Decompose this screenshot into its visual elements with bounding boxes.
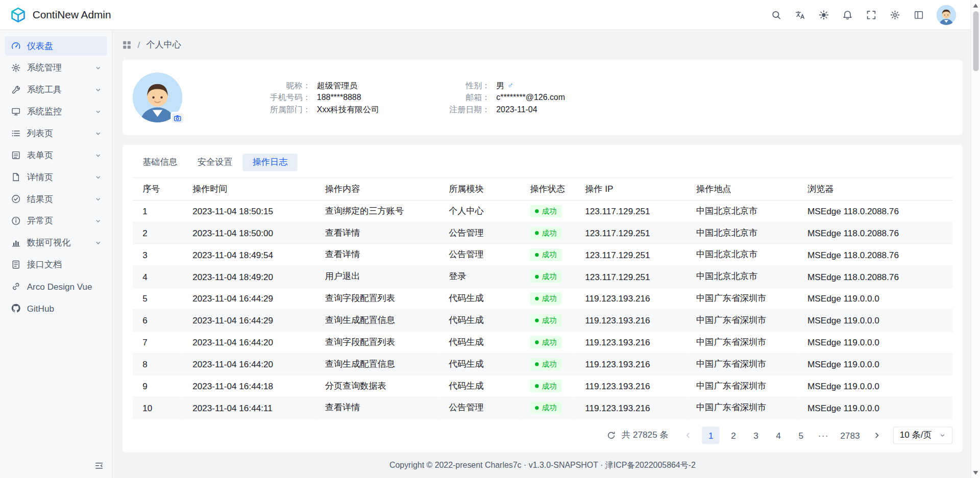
bar-chart-icon [11,238,21,247]
column-header: 所属模块 [439,178,520,200]
table-cell: MSEdge 118.0.2088.76 [797,266,952,288]
theme-button[interactable] [814,5,834,24]
apps-icon [122,41,131,49]
status-dot [535,297,538,300]
tab-basic-info[interactable]: 基础信息 [133,154,188,171]
settings-button[interactable] [885,5,905,24]
table-cell: 代码生成 [439,353,520,375]
sidebar-item-system-monitor[interactable]: 系统监控 [5,102,107,121]
scroll-down-button[interactable] [973,471,978,474]
sidebar-item-github[interactable]: GitHub [5,298,107,318]
table-cell: 2023-11-04 18:49:20 [183,266,315,288]
collapse-sidebar-button[interactable] [90,457,107,473]
table-cell: 2023-11-04 16:44:29 [183,310,315,332]
male-icon: ♂ [507,81,513,90]
status-dot [535,384,538,388]
table-cell: 中国北京北京市 [687,266,798,288]
register-date-value: 2023-11-04 [490,104,537,116]
column-header: 操作内容 [315,178,438,200]
pagination-page-2783[interactable]: 2783 [837,426,863,444]
sidebar-item-label: 数据可视化 [27,237,95,248]
table-cell: 代码生成 [439,310,520,332]
phone-label: 手机号码： [223,91,310,104]
monitor-icon [11,107,21,116]
profile-tabs-card: 基础信息 安全设置 操作日志 序号操作时间操作内容所属模块操作状态操作 IP操作… [122,145,963,452]
table-cell: 中国广东省深圳市 [687,288,798,310]
user-avatar[interactable] [936,5,956,24]
tab-operation-log[interactable]: 操作日志 [242,154,298,171]
header-icon-row [766,5,928,24]
sidebar-item-arco-design-vue[interactable]: Arco Design Vue [5,276,107,296]
sidebar-item-list-pages[interactable]: 列表页 [5,123,107,143]
pagination-page-3[interactable]: 3 [747,426,765,444]
column-header: 操作时间 [183,178,315,200]
table-cell: 分页查询数据表 [315,375,438,397]
sidebar-item-result-pages[interactable]: 结果页 [5,189,107,209]
sidebar-item-exception-pages[interactable]: 异常页 [5,211,107,231]
pagination-page-2[interactable]: 2 [725,426,742,444]
info-circle-icon [11,216,21,225]
pagination-prev-button[interactable] [680,426,697,444]
table-cell: MSEdge 119.0.0.0 [797,332,952,354]
chevron-down-icon [95,152,101,158]
page-scrollbar[interactable] [971,0,980,478]
main-content: / 个人中心 [112,30,980,478]
table-cell: 5 [133,288,183,310]
table-cell: 3 [133,244,183,266]
refresh-button[interactable] [607,431,616,440]
scroll-up-button[interactable] [973,4,978,7]
table-cell: 2023-11-04 16:44:29 [183,288,315,310]
form-icon [11,150,21,160]
status-badge: 成功 [530,227,561,239]
sidebar-item-api-docs[interactable]: 接口文档 [5,255,107,274]
chevron-down-icon [95,130,101,136]
gender-label: 性别： [421,79,490,91]
sidebar-item-form-pages[interactable]: 表单页 [5,145,107,165]
column-header: 序号 [133,178,183,200]
table-cell: MSEdge 119.0.0.0 [797,375,952,397]
search-button[interactable] [766,5,786,24]
pagination-page-5[interactable]: 5 [792,426,810,444]
sidebar-item-data-visualization[interactable]: 数据可视化 [5,233,107,253]
table-cell: 查看详情 [315,397,438,419]
table-row: 62023-11-04 16:44:29查询生成配置信息代码生成成功119.12… [133,310,953,332]
language-button[interactable] [790,5,810,24]
table-row: 42023-11-04 18:49:20用户退出登录成功123.117.129.… [133,266,953,288]
table-cell: 2 [133,222,183,244]
table-cell: 2023-11-04 16:44:20 [183,332,315,354]
sidebar-item-system-management[interactable]: 系统管理 [5,58,107,78]
copyright-text: Copyright © 2022-present Charles7c · v1.… [389,460,696,471]
notification-button[interactable] [838,5,857,24]
scrollbar-thumb[interactable] [973,11,979,71]
sidebar-item-label: 表单页 [27,149,95,161]
table-cell: 123.117.129.251 [575,244,687,266]
chevron-down-icon [95,240,101,246]
table-body: 12023-11-04 18:50:15查询绑定的三方账号个人中心成功123.1… [133,200,953,419]
page-size-select[interactable]: 10 条/页 [893,426,952,444]
sidebar-item-detail-pages[interactable]: 详情页 [5,167,107,187]
notification-icon [843,10,853,20]
sidebar-item-dashboard[interactable]: 仪表盘 [5,36,107,56]
table-cell: MSEdge 119.0.0.0 [797,288,952,310]
phone-row: 手机号码： 188****8888 [223,91,421,104]
tab-security-settings[interactable]: 安全设置 [187,154,242,171]
pagination-next-button[interactable] [868,426,885,444]
status-dot [535,231,538,235]
status-cell: 成功 [520,397,575,419]
pagination-page-1[interactable]: 1 [702,426,720,444]
table-row: 102023-11-04 16:44:11查看详情公告管理成功119.123.1… [133,397,953,419]
camera-icon[interactable] [170,112,184,124]
fullscreen-button[interactable] [861,5,881,24]
pagination: 共 27825 条 12345···2783 10 条/页 [133,426,953,444]
status-dot [535,362,538,366]
table-cell: MSEdge 119.0.0.0 [797,353,952,375]
pagination-page-4[interactable]: 4 [770,426,787,444]
gender-value: 男♂ [490,79,513,91]
layout-button[interactable] [909,5,928,24]
gear-icon [11,63,21,72]
status-badge: 成功 [530,314,561,326]
header-actions [766,5,956,24]
sidebar-item-system-tools[interactable]: 系统工具 [5,80,107,99]
app-body: 仪表盘系统管理系统工具系统监控列表页表单页详情页结果页异常页数据可视化接口文档A… [0,30,980,478]
brand[interactable]: ContiNew Admin [10,7,111,23]
